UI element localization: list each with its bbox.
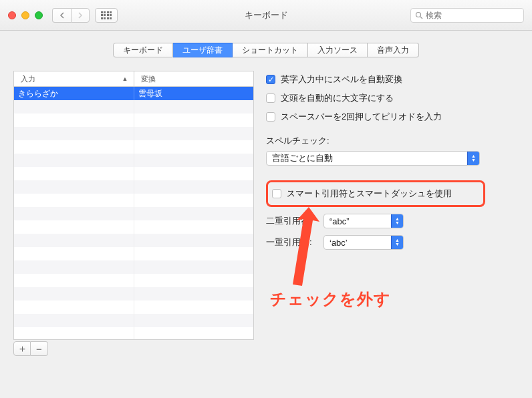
col-input-label: 入力 <box>21 71 35 86</box>
svg-line-1 <box>420 17 422 19</box>
autocorrect-checkbox[interactable]: ✓ <box>266 75 275 84</box>
search-icon <box>415 11 423 19</box>
col-output-label: 変換 <box>141 71 156 86</box>
forward-button[interactable] <box>71 8 90 23</box>
dictionary-panel: 入力 ▲ 変換 きららざか 雲母坂 <box>13 71 254 356</box>
singlequote-select[interactable]: ‘abc’ ▲▼ <box>323 235 404 250</box>
add-button[interactable]: ＋ <box>13 341 31 356</box>
table-body[interactable]: きららざか 雲母坂 <box>13 86 254 340</box>
cell-output: 雲母坂 <box>134 87 254 100</box>
titlebar: キーボード <box>0 0 532 31</box>
autocorrect-label: 英字入力中にスペルを自動変換 <box>281 73 402 85</box>
smartquotes-checkbox[interactable] <box>272 189 281 198</box>
col-input[interactable]: 入力 ▲ <box>14 71 134 86</box>
show-all-button[interactable] <box>95 8 118 23</box>
smartquotes-option[interactable]: スマート引用符とスマートダッシュを使用 <box>272 188 479 200</box>
spellcheck-section-label: スペルチェック: <box>266 135 519 147</box>
chevron-updown-icon: ▲▼ <box>467 152 479 165</box>
search-input[interactable] <box>426 11 519 20</box>
close-icon[interactable] <box>8 11 16 19</box>
capitalize-option[interactable]: 文頭を自動的に大文字にする <box>266 92 519 104</box>
minimize-icon[interactable] <box>21 11 29 19</box>
doublespace-label: スペースバーを2回押してピリオドを入力 <box>281 111 442 123</box>
tab-shortcuts[interactable]: ショートカット <box>233 43 308 57</box>
spellcheck-value: 言語ごとに自動 <box>267 152 467 164</box>
singlequote-label: 一重引用符: <box>266 236 317 248</box>
chevron-updown-icon: ▲▼ <box>391 236 403 249</box>
doublespace-checkbox[interactable] <box>266 112 275 122</box>
zoom-icon[interactable] <box>35 11 43 19</box>
add-remove-buttons: ＋ − <box>13 341 254 356</box>
doublequote-row: 二重引用符: “abc” ▲▼ <box>266 214 519 228</box>
doublequote-label: 二重引用符: <box>266 215 317 227</box>
capitalize-checkbox[interactable] <box>266 93 275 103</box>
pref-tabs: キーボード ユーザ辞書 ショートカット 入力ソース 音声入力 <box>13 43 519 57</box>
table-header: 入力 ▲ 変換 <box>13 71 254 86</box>
doublespace-option[interactable]: スペースバーを2回押してピリオドを入力 <box>266 111 519 123</box>
options-panel: ✓ 英字入力中にスペルを自動変換 文頭を自動的に大文字にする スペースバーを2回… <box>266 71 519 356</box>
tab-user-dictionary[interactable]: ユーザ辞書 <box>173 43 233 57</box>
back-button[interactable] <box>52 8 71 23</box>
doublequote-value: “abc” <box>324 216 391 226</box>
singlequote-value: ‘abc’ <box>324 238 391 248</box>
remove-button[interactable]: − <box>31 341 48 356</box>
content: キーボード ユーザ辞書 ショートカット 入力ソース 音声入力 入力 ▲ 変換 き… <box>0 31 532 356</box>
spellcheck-select[interactable]: 言語ごとに自動 ▲▼ <box>266 151 480 166</box>
sort-indicator-icon: ▲ <box>122 71 128 86</box>
capitalize-label: 文頭を自動的に大文字にする <box>281 92 394 104</box>
singlequote-row: 一重引用符: ‘abc’ ▲▼ <box>266 235 519 250</box>
search-field[interactable] <box>410 8 524 23</box>
table-row[interactable]: きららざか 雲母坂 <box>14 87 253 100</box>
svg-point-0 <box>416 12 421 17</box>
col-output[interactable]: 変換 <box>134 71 254 86</box>
tab-input-sources[interactable]: 入力ソース <box>308 43 368 57</box>
cell-input: きららざか <box>14 87 134 100</box>
chevron-updown-icon: ▲▼ <box>391 214 403 228</box>
tab-dictation[interactable]: 音声入力 <box>368 43 419 57</box>
smartquotes-highlight: スマート引用符とスマートダッシュを使用 <box>266 180 485 207</box>
smartquotes-label: スマート引用符とスマートダッシュを使用 <box>287 188 452 200</box>
nav-buttons <box>52 8 90 23</box>
tab-keyboard[interactable]: キーボード <box>113 43 173 57</box>
autocorrect-option[interactable]: ✓ 英字入力中にスペルを自動変換 <box>266 73 519 85</box>
doublequote-select[interactable]: “abc” ▲▼ <box>323 214 404 228</box>
window-controls <box>8 11 43 19</box>
